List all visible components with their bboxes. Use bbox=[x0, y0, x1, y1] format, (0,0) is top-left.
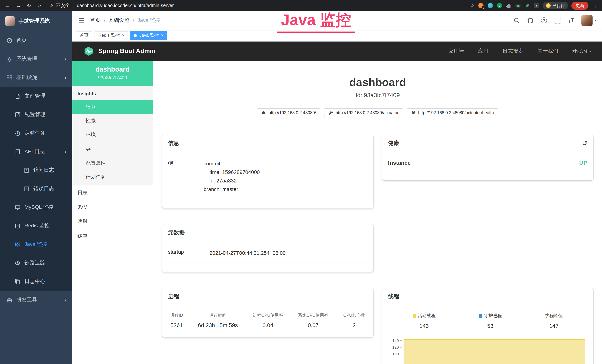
status-badge: UP bbox=[579, 160, 587, 166]
instance-header[interactable]: dashboard 93a3fc7f7409 bbox=[72, 61, 153, 86]
fullscreen-icon[interactable] bbox=[554, 17, 561, 23]
sidebar-item-home[interactable]: 首页 bbox=[0, 31, 72, 50]
sba-item-mappings[interactable]: 映射 bbox=[72, 214, 153, 229]
metadata-label: startup bbox=[168, 249, 210, 257]
home-icon[interactable]: ⌂ bbox=[36, 2, 43, 9]
extension-badge: 1 bbox=[482, 6, 485, 9]
sidebar-item-java[interactable]: Java 监控 bbox=[0, 235, 72, 254]
sidebar-item-dev-tools[interactable]: 研发工具 ▾ bbox=[0, 291, 72, 309]
update-button[interactable]: 更新 bbox=[571, 2, 589, 10]
sba-item-caches[interactable]: 缓存 bbox=[72, 229, 153, 244]
sidebar-item-log-center[interactable]: 日志中心 bbox=[0, 272, 72, 291]
breadcrumb-infra[interactable]: 基础设施 bbox=[109, 17, 129, 24]
extension-on-icon[interactable]: on bbox=[515, 3, 521, 9]
sidebar-item-api-log[interactable]: API 日志 ▴ bbox=[0, 142, 72, 161]
sba-nav-about[interactable]: 关于我们 bbox=[538, 48, 558, 54]
main-area: Java 监控 首页 / 基础设施 / Java 监控 bbox=[72, 11, 602, 364]
chevron-down-icon: ▾ bbox=[589, 49, 591, 53]
bookmark-star-icon[interactable]: ☆ bbox=[470, 3, 475, 9]
breadcrumb: 首页 / 基础设施 / Java 监控 bbox=[90, 17, 160, 24]
chart-yellow-area bbox=[404, 340, 585, 364]
sidebar-item-infra[interactable]: 基础设施 ▴ bbox=[0, 68, 72, 87]
sidebar-menu: 首页 系统管理 ▾ 基础设施 ▴ 文件管理 配置 bbox=[0, 31, 72, 364]
sidebar-fold-icon[interactable] bbox=[78, 17, 85, 24]
sba-item-environment[interactable]: 环境 bbox=[72, 128, 153, 142]
sba-language-select[interactable]: zh-CN ▾ bbox=[572, 48, 591, 54]
sidebar-item-access-log[interactable]: 访问日志 bbox=[0, 161, 72, 180]
extension-leaf-icon[interactable] bbox=[524, 3, 530, 9]
github-icon[interactable] bbox=[527, 17, 534, 23]
process-pid: 进程ID 5261 bbox=[170, 313, 183, 328]
legend-blue-swatch bbox=[479, 314, 483, 318]
eye-icon bbox=[15, 260, 20, 266]
site-security[interactable]: ⚠ 不安全 bbox=[50, 2, 70, 9]
reload-icon[interactable]: ↻ bbox=[25, 2, 33, 9]
browser-menu-icon[interactable]: ⋮ bbox=[592, 3, 599, 9]
app-logo[interactable]: 芋道管理系统 bbox=[0, 11, 72, 31]
docs-icon bbox=[15, 279, 20, 284]
card-process: 进程 进程ID 5261 运行时间 6d 23h 15m 59 bbox=[162, 288, 373, 337]
extension-fox-icon[interactable]: 1 bbox=[478, 3, 484, 9]
sba-item-metrics[interactable]: 性能 bbox=[72, 114, 153, 128]
history-icon[interactable]: ↺ bbox=[582, 140, 588, 147]
sidebar-item-system[interactable]: 系统管理 ▾ bbox=[0, 50, 72, 68]
logo-avatar bbox=[5, 16, 15, 26]
heart-icon bbox=[411, 110, 416, 115]
top-navbar: 首页 / 基础设施 / Java 监控 ? bbox=[72, 11, 602, 30]
active-dot bbox=[134, 34, 137, 37]
extension-y-icon[interactable]: y bbox=[496, 3, 502, 9]
link-actuator[interactable]: http://192.168.0.2:48080/actuator bbox=[324, 108, 403, 117]
search-icon[interactable] bbox=[514, 17, 520, 23]
tag-redis[interactable]: Redis 监控 × bbox=[95, 31, 128, 40]
sidebar-item-config[interactable]: 配置管理 bbox=[0, 105, 72, 124]
access-log-icon bbox=[24, 167, 29, 173]
edit-icon bbox=[15, 112, 20, 117]
sba-brand[interactable]: Spring Boot Admin bbox=[83, 46, 156, 56]
paused-badge[interactable]: 已暂停 bbox=[543, 2, 568, 9]
tag-java[interactable]: Java 监控 × bbox=[130, 31, 167, 40]
forward-icon[interactable]: → bbox=[14, 2, 22, 9]
sba-nav-applications[interactable]: 应用 bbox=[478, 48, 489, 54]
close-icon[interactable]: × bbox=[161, 33, 163, 37]
card-metadata-title: 元数据 bbox=[162, 225, 373, 242]
instance-name: dashboard bbox=[75, 66, 150, 74]
metadata-row-startup: startup 2021-04-27T00:44:31.254+08:00 bbox=[168, 249, 367, 263]
close-icon[interactable]: × bbox=[122, 33, 124, 37]
sidebar-item-jobs[interactable]: 定时任务 bbox=[0, 124, 72, 142]
address-bar[interactable]: dashboard.yudao.iocoder.cn/infra/admin-s… bbox=[77, 3, 174, 8]
java-monitor-icon bbox=[15, 242, 20, 247]
sidebar-item-tracing[interactable]: 链路追踪 bbox=[0, 254, 72, 272]
user-menu[interactable]: ▾ bbox=[582, 15, 596, 26]
sba-item-config-props[interactable]: 配置属性 bbox=[72, 156, 153, 170]
emoji-icon bbox=[546, 3, 551, 8]
sidebar-item-redis[interactable]: Redis 监控 bbox=[0, 217, 72, 235]
breadcrumb-home[interactable]: 首页 bbox=[90, 17, 100, 24]
sba-nav-journal[interactable]: 日志报表 bbox=[503, 48, 523, 54]
chart-plot-area bbox=[403, 337, 585, 364]
sba-nav-wallboard[interactable]: 应用墙 bbox=[449, 48, 464, 54]
sba-item-jvm[interactable]: JVM bbox=[72, 200, 153, 214]
navbar-actions: ? TT ▾ bbox=[514, 15, 596, 26]
extension-drop-icon[interactable] bbox=[487, 3, 493, 9]
health-row-instance[interactable]: Instance UP bbox=[388, 160, 587, 171]
link-health[interactable]: http://192.168.0.2:48080/actuator/health bbox=[407, 108, 498, 117]
sba-item-logs[interactable]: 日志 bbox=[72, 185, 153, 200]
sba-item-classes[interactable]: 类 bbox=[72, 142, 153, 156]
link-root[interactable]: http://192.168.0.2:48080/ bbox=[257, 108, 321, 117]
detail-cards: 信息 git commit: time: 1596289704000 id: 2… bbox=[162, 135, 593, 364]
sba-item-details[interactable]: 细节 bbox=[72, 100, 153, 114]
extension-pin-icon[interactable]: ● bbox=[534, 3, 539, 9]
sidebar-item-files[interactable]: 文件管理 bbox=[0, 87, 72, 105]
tag-home[interactable]: 首页 bbox=[76, 31, 92, 40]
extensions-puzzle-icon[interactable] bbox=[506, 3, 512, 9]
legend-peak-threads: 线程峰值 147 bbox=[545, 313, 563, 329]
font-size-icon[interactable]: TT bbox=[568, 17, 574, 23]
sidebar-item-error-log[interactable]: 错误日志 bbox=[0, 180, 72, 198]
threads-legend: 活动线程 143 守护进程 53 线程峰值 14 bbox=[388, 313, 587, 329]
help-icon[interactable]: ? bbox=[541, 17, 547, 23]
sidebar-item-mysql[interactable]: MySQL 监控 bbox=[0, 198, 72, 217]
card-info-title: 信息 bbox=[162, 135, 373, 152]
sba-item-scheduled-tasks[interactable]: 计划任务 bbox=[72, 170, 153, 184]
divider bbox=[73, 3, 74, 8]
back-icon[interactable]: ← bbox=[4, 2, 11, 9]
